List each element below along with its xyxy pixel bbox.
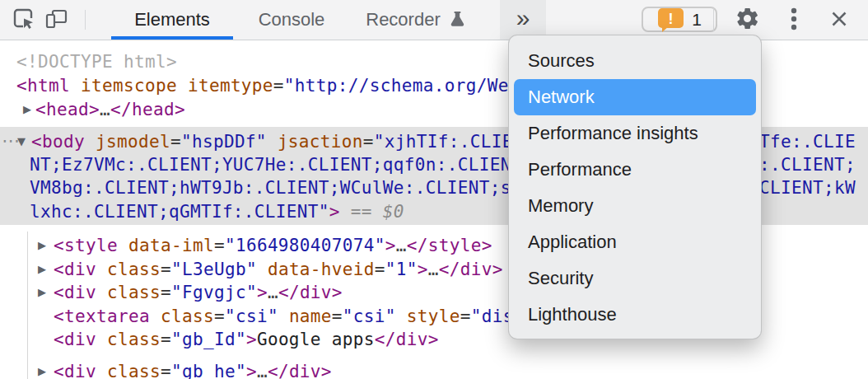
gear-icon <box>735 6 760 35</box>
menu-item-performance-insights[interactable]: Performance insights <box>514 115 756 152</box>
expand-arrow-icon[interactable]: ▶ <box>38 281 46 304</box>
tab-label: Console <box>259 9 325 30</box>
expand-arrow-icon[interactable]: ▶ <box>38 234 46 257</box>
node-body-line2[interactable]: NT;Ez7VMc:.CLIENT;YUC7He:.CLIENT;qqf0n:.… <box>30 153 554 176</box>
wrapped-text-fragment: Tfe:.CLIE <box>759 130 856 153</box>
tab-elements[interactable]: Elements <box>111 0 233 40</box>
wrapped-text-fragment: CLIENT;kW <box>759 176 856 199</box>
node-div-gb-he[interactable]: ▶<div class="gb_he">…</div> <box>54 360 332 379</box>
menu-item-performance[interactable]: Performance <box>514 152 756 188</box>
kebab-menu-button[interactable] <box>782 7 805 34</box>
toolbar-divider <box>713 8 714 31</box>
node-div-gb-id[interactable]: <div class="gb_Id">Google apps</div> <box>54 328 439 351</box>
close-icon <box>828 7 851 34</box>
menu-item-sources[interactable]: Sources <box>514 43 756 79</box>
node-div-fgvgjc[interactable]: ▶<div class="Fgvgjc">…</div> <box>54 281 343 304</box>
indent-guide-line <box>27 232 28 379</box>
expand-arrow-icon[interactable]: ▶ <box>38 258 46 281</box>
collapse-arrow-icon[interactable]: ▼ <box>17 130 26 153</box>
tab-label: Elements <box>134 9 210 30</box>
more-tools-menu: SourcesNetworkPerformance insightsPerfor… <box>508 35 762 339</box>
menu-item-application[interactable]: Application <box>514 224 756 260</box>
node-div-l3eugb[interactable]: ▶<div class="L3eUgb" data-hveid="1">…</d… <box>54 258 503 281</box>
menu-item-security[interactable]: Security <box>514 260 756 297</box>
settings-button[interactable] <box>733 7 761 34</box>
svg-text:!: ! <box>669 10 674 26</box>
inspect-cursor-icon <box>12 7 36 35</box>
expand-arrow-icon[interactable]: ▶ <box>23 98 31 121</box>
issues-count: 1 <box>692 10 702 30</box>
toggle-device-toolbar-button[interactable] <box>43 7 71 34</box>
node-head[interactable]: ▶<head>…</head> <box>35 98 185 121</box>
toolbar-divider <box>85 10 86 30</box>
node-body-line1[interactable]: ⋯▼<body jsmodel="hspDDf" jsaction="xjhTI… <box>31 130 567 153</box>
three-dots-icon <box>788 6 800 35</box>
node-body-line3[interactable]: VM8bg:.CLIENT;hWT9Jb:.CLIENT;WCulWe:.CLI… <box>30 176 554 199</box>
issues-badge-button[interactable]: ! 1 <box>642 7 717 32</box>
node-body-line4[interactable]: lxhc:.CLIENT;qGMTIf:.CLIENT"> == $0 <box>30 200 404 223</box>
experiment-flask-icon <box>447 10 466 30</box>
node-html[interactable]: <html itemscope itemtype="http://schema.… <box>16 74 573 97</box>
more-tabs-button[interactable]: » <box>500 0 546 40</box>
tab-recorder[interactable]: Recorder <box>350 0 482 40</box>
close-devtools-button[interactable] <box>825 7 853 34</box>
tab-label: Recorder <box>366 9 440 30</box>
wrapped-text-fragment: :.CLIENT; <box>759 153 856 176</box>
warning-bubble-icon: ! <box>657 7 684 32</box>
chevron-double-right-icon: » <box>516 6 530 35</box>
menu-item-network[interactable]: Network <box>514 79 756 115</box>
node-style[interactable]: ▶<style data-iml="1664980407074">…</styl… <box>54 234 492 257</box>
tab-console[interactable]: Console <box>244 0 339 40</box>
menu-item-lighthouse[interactable]: Lighthouse <box>514 297 756 333</box>
inspect-element-button[interactable] <box>10 7 38 34</box>
node-doctype[interactable]: <!DOCTYPE html> <box>16 50 177 73</box>
devtools-window: <!DOCTYPE html><html itemscope itemtype=… <box>0 0 868 379</box>
active-tab-underline <box>111 36 233 40</box>
device-toolbar-icon <box>44 7 69 35</box>
menu-item-memory[interactable]: Memory <box>514 188 756 224</box>
expand-arrow-icon[interactable]: ▶ <box>38 360 46 379</box>
